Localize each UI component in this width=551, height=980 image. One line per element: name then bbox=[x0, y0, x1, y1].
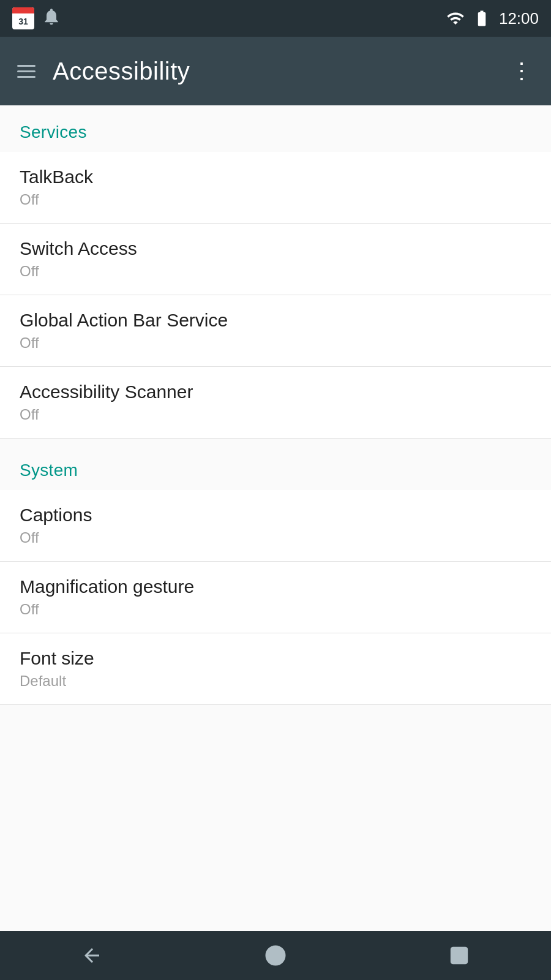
svg-rect-1 bbox=[451, 948, 467, 963]
font-size-title: Font size bbox=[20, 648, 531, 669]
hamburger-line-1 bbox=[17, 65, 36, 67]
status-bar-right: 12:00 bbox=[446, 9, 539, 28]
svg-point-0 bbox=[266, 946, 285, 965]
accessibility-scanner-title: Accessibility Scanner bbox=[20, 382, 531, 402]
global-action-bar-item[interactable]: Global Action Bar Service Off bbox=[0, 295, 551, 367]
toolbar: Accessibility ⋮ bbox=[0, 37, 551, 105]
hamburger-line-2 bbox=[17, 70, 36, 72]
services-section-header: Services bbox=[0, 105, 551, 152]
signal-icon bbox=[446, 9, 465, 28]
hamburger-line-3 bbox=[17, 76, 36, 78]
accessibility-scanner-subtitle: Off bbox=[20, 406, 531, 423]
talkback-subtitle: Off bbox=[20, 191, 531, 208]
talkback-item[interactable]: TalkBack Off bbox=[0, 152, 551, 224]
status-bar: 31 12:00 bbox=[0, 0, 551, 37]
section-spacer bbox=[0, 439, 551, 443]
services-header-text: Services bbox=[20, 123, 87, 141]
recents-button[interactable] bbox=[435, 937, 484, 974]
global-action-bar-title: Global Action Bar Service bbox=[20, 310, 531, 331]
switch-access-subtitle: Off bbox=[20, 263, 531, 280]
switch-access-title: Switch Access bbox=[20, 238, 531, 259]
home-button[interactable] bbox=[251, 937, 300, 974]
back-button[interactable] bbox=[67, 937, 116, 974]
system-section-header: System bbox=[0, 443, 551, 490]
switch-access-item[interactable]: Switch Access Off bbox=[0, 224, 551, 295]
notification-icon bbox=[42, 7, 61, 31]
page-title: Accessibility bbox=[53, 58, 190, 85]
captions-item[interactable]: Captions Off bbox=[0, 490, 551, 562]
toolbar-left: Accessibility bbox=[12, 58, 190, 85]
nav-bar bbox=[0, 931, 551, 980]
hamburger-menu-button[interactable] bbox=[12, 60, 40, 83]
captions-title: Captions bbox=[20, 505, 531, 526]
content-area: Services TalkBack Off Switch Access Off … bbox=[0, 105, 551, 931]
system-section: System Captions Off Magnification gestur… bbox=[0, 443, 551, 705]
magnification-gesture-item[interactable]: Magnification gesture Off bbox=[0, 562, 551, 633]
magnification-gesture-title: Magnification gesture bbox=[20, 576, 531, 597]
calendar-icon: 31 bbox=[12, 7, 34, 29]
status-bar-left: 31 bbox=[12, 7, 61, 31]
font-size-item[interactable]: Font size Default bbox=[0, 633, 551, 705]
captions-subtitle: Off bbox=[20, 529, 531, 546]
more-options-button[interactable]: ⋮ bbox=[506, 55, 539, 87]
battery-icon bbox=[471, 9, 493, 28]
global-action-bar-subtitle: Off bbox=[20, 334, 531, 352]
talkback-title: TalkBack bbox=[20, 167, 531, 187]
services-section: Services TalkBack Off Switch Access Off … bbox=[0, 105, 551, 439]
font-size-subtitle: Default bbox=[20, 673, 531, 690]
accessibility-scanner-item[interactable]: Accessibility Scanner Off bbox=[0, 367, 551, 439]
system-header-text: System bbox=[20, 461, 78, 480]
magnification-gesture-subtitle: Off bbox=[20, 601, 531, 618]
time-display: 12:00 bbox=[499, 9, 539, 28]
